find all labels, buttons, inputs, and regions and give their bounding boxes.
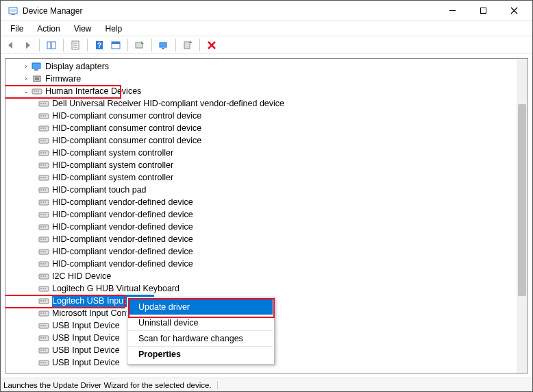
forward-button[interactable] bbox=[20, 38, 35, 53]
svg-rect-61 bbox=[42, 189, 44, 191]
expander-icon[interactable]: ⌄ bbox=[22, 87, 30, 95]
vertical-scrollbar[interactable] bbox=[517, 59, 528, 373]
svg-rect-78 bbox=[45, 238, 46, 240]
menu-view[interactable]: View bbox=[67, 23, 99, 35]
device-item[interactable]: HID-compliant consumer control device bbox=[5, 134, 528, 147]
svg-rect-46 bbox=[45, 140, 46, 141]
device-item[interactable]: HID-compliant touch pad bbox=[5, 184, 528, 196]
device-item[interactable]: HID-compliant vendor-defined device bbox=[5, 233, 528, 245]
device-item[interactable]: HID-compliant vendor-defined device bbox=[5, 208, 528, 221]
tree-frame: ›Display adapters›Firmware⌄Human Interfa… bbox=[5, 58, 528, 373]
svg-rect-38 bbox=[45, 115, 46, 117]
device-item[interactable]: HID-compliant vendor-defined device bbox=[5, 245, 528, 258]
device-label: HID-compliant touch pad bbox=[52, 184, 147, 196]
device-item[interactable]: HID-compliant system controller bbox=[5, 147, 528, 159]
svg-rect-90 bbox=[45, 275, 46, 277]
close-button[interactable] bbox=[499, 1, 530, 21]
menu-item-uninstall[interactable]: Uninstall device bbox=[129, 315, 273, 331]
device-item[interactable]: HID-compliant consumer control device bbox=[5, 122, 528, 134]
action-button[interactable] bbox=[108, 38, 123, 53]
svg-rect-37 bbox=[42, 115, 44, 117]
menu-item-update-driver[interactable]: Update driver bbox=[129, 299, 273, 315]
svg-rect-101 bbox=[42, 313, 44, 314]
menu-item-scan[interactable]: Scan for hardware changes bbox=[129, 331, 273, 347]
svg-rect-7 bbox=[47, 42, 51, 49]
device-item[interactable]: HID-compliant vendor-defined device bbox=[5, 196, 528, 208]
svg-rect-74 bbox=[45, 226, 46, 228]
expander-icon[interactable]: › bbox=[22, 62, 30, 71]
svg-rect-30 bbox=[38, 90, 39, 92]
help-button[interactable]: ? bbox=[92, 38, 107, 53]
svg-rect-16 bbox=[112, 42, 120, 44]
device-label: USB Input Device bbox=[52, 319, 120, 332]
window-title: Device Manager bbox=[23, 6, 82, 16]
svg-rect-96 bbox=[40, 300, 42, 302]
device-icon bbox=[38, 185, 49, 195]
svg-rect-50 bbox=[45, 152, 46, 154]
svg-rect-26 bbox=[35, 77, 39, 80]
device-icon bbox=[38, 308, 49, 318]
scrollbar-thumb[interactable] bbox=[518, 104, 526, 296]
device-icon bbox=[38, 99, 49, 108]
menu-file[interactable]: File bbox=[3, 23, 30, 35]
svg-rect-110 bbox=[45, 337, 46, 339]
scan-hardware-button[interactable] bbox=[156, 38, 171, 53]
svg-rect-84 bbox=[40, 263, 42, 265]
device-item[interactable]: HID-compliant consumer control device bbox=[5, 110, 528, 122]
svg-rect-49 bbox=[42, 152, 44, 154]
context-menu: Update driver Uninstall device Scan for … bbox=[127, 297, 275, 365]
category-hid[interactable]: ⌄Human Interface Devices bbox=[5, 85, 528, 97]
svg-rect-2 bbox=[11, 14, 15, 15]
svg-rect-113 bbox=[42, 350, 44, 351]
update-driver-button[interactable] bbox=[132, 38, 147, 53]
device-item[interactable]: HID-compliant system controller bbox=[5, 159, 528, 171]
device-icon bbox=[38, 345, 49, 355]
device-label: HID-compliant system controller bbox=[52, 171, 173, 184]
svg-rect-41 bbox=[42, 127, 44, 129]
svg-rect-32 bbox=[40, 103, 42, 104]
category-firmware[interactable]: ›Firmware bbox=[5, 73, 528, 85]
device-item[interactable]: HID-compliant system controller bbox=[5, 171, 528, 184]
menu-item-properties[interactable]: Properties bbox=[129, 347, 273, 362]
category-display-adapters[interactable]: ›Display adapters bbox=[5, 60, 528, 73]
device-label: HID-compliant vendor-defined device bbox=[52, 208, 193, 221]
svg-rect-65 bbox=[42, 201, 44, 203]
minimize-button[interactable] bbox=[437, 1, 468, 21]
device-icon bbox=[38, 210, 49, 219]
app-icon bbox=[8, 5, 18, 16]
device-label: HID-compliant consumer control device bbox=[52, 134, 201, 147]
svg-rect-100 bbox=[40, 313, 42, 314]
svg-rect-33 bbox=[42, 103, 44, 104]
expander-icon[interactable]: › bbox=[22, 75, 30, 83]
uninstall-button[interactable] bbox=[204, 38, 219, 53]
menu-action[interactable]: Action bbox=[30, 23, 66, 35]
svg-rect-70 bbox=[45, 214, 46, 215]
category-label: Human Interface Devices bbox=[45, 85, 141, 97]
svg-rect-57 bbox=[42, 177, 44, 178]
svg-rect-86 bbox=[45, 263, 46, 265]
svg-rect-105 bbox=[42, 325, 44, 326]
category-label: Firmware bbox=[45, 73, 81, 85]
device-item[interactable]: HID-compliant vendor-defined device bbox=[5, 258, 528, 270]
svg-rect-92 bbox=[40, 288, 42, 289]
svg-rect-98 bbox=[45, 300, 46, 302]
maximize-button[interactable] bbox=[468, 1, 499, 21]
device-item[interactable]: I2C HID Device bbox=[5, 270, 528, 282]
device-icon bbox=[38, 148, 49, 158]
device-item[interactable]: Logitech G HUB Virtual Keyboard bbox=[5, 282, 528, 295]
svg-rect-20 bbox=[184, 42, 190, 49]
device-icon bbox=[38, 333, 49, 343]
back-button[interactable] bbox=[3, 38, 18, 53]
device-icon bbox=[38, 247, 49, 256]
properties-button[interactable] bbox=[68, 38, 83, 53]
add-legacy-button[interactable] bbox=[180, 38, 195, 53]
device-icon bbox=[38, 358, 49, 367]
show-hide-tree-button[interactable] bbox=[44, 38, 59, 53]
device-item[interactable]: Dell Universal Receiver HID-compliant ve… bbox=[5, 97, 528, 110]
category-label: Display adapters bbox=[45, 60, 109, 73]
svg-rect-18 bbox=[160, 42, 166, 47]
device-item[interactable]: HID-compliant vendor-defined device bbox=[5, 221, 528, 233]
menu-help[interactable]: Help bbox=[99, 23, 129, 35]
category-icon bbox=[32, 62, 42, 71]
toolbar: ? bbox=[1, 36, 532, 54]
